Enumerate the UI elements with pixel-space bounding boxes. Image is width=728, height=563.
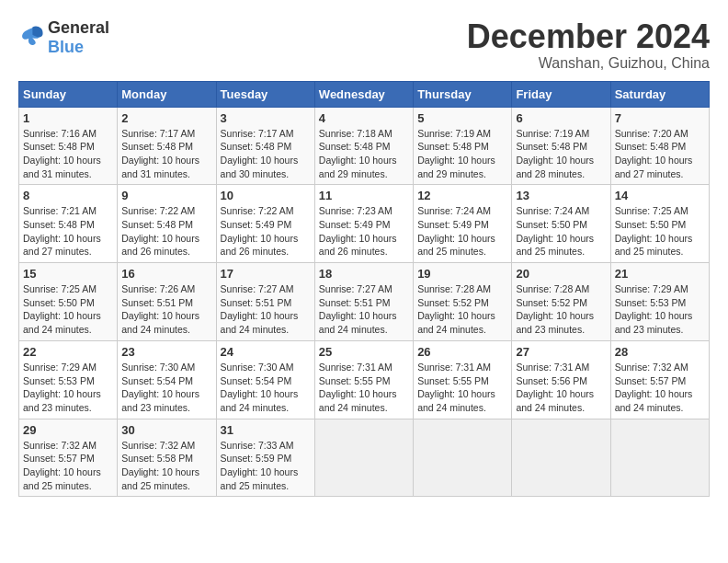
day-number: 10 <box>221 189 311 202</box>
day-number: 19 <box>417 267 507 281</box>
day-info: Sunrise: 7:33 AMSunset: 5:59 PMDaylight:… <box>221 439 311 493</box>
calendar-cell: 26Sunrise: 7:31 AMSunset: 5:55 PMDayligh… <box>414 340 512 419</box>
calendar-cell: 20Sunrise: 7:28 AMSunset: 5:52 PMDayligh… <box>512 263 610 341</box>
day-header-friday: Friday <box>512 81 610 107</box>
calendar-cell: 6Sunrise: 7:19 AMSunset: 5:48 PMDaylight… <box>512 107 610 185</box>
calendar-week-5: 29Sunrise: 7:32 AMSunset: 5:57 PMDayligh… <box>19 419 710 497</box>
calendar-cell: 31Sunrise: 7:33 AMSunset: 5:59 PMDayligh… <box>216 419 314 497</box>
page-subtitle: Wanshan, Guizhou, China <box>467 55 710 72</box>
title-block: December 2024 Wanshan, Guizhou, China <box>467 18 710 72</box>
day-number: 5 <box>417 111 507 125</box>
day-info: Sunrise: 7:18 AMSunset: 5:48 PMDaylight:… <box>319 127 409 181</box>
day-info: Sunrise: 7:17 AMSunset: 5:48 PMDaylight:… <box>221 127 311 181</box>
day-info: Sunrise: 7:19 AMSunset: 5:48 PMDaylight:… <box>417 127 507 181</box>
calendar-cell: 29Sunrise: 7:32 AMSunset: 5:57 PMDayligh… <box>19 419 118 497</box>
day-info: Sunrise: 7:31 AMSunset: 5:56 PMDaylight:… <box>516 361 606 415</box>
day-number: 6 <box>516 111 606 125</box>
calendar-cell <box>414 419 512 497</box>
day-info: Sunrise: 7:21 AMSunset: 5:48 PMDaylight:… <box>23 204 113 259</box>
logo: General Blue <box>18 18 109 57</box>
day-info: Sunrise: 7:32 AMSunset: 5:58 PMDaylight:… <box>121 439 211 493</box>
day-info: Sunrise: 7:27 AMSunset: 5:51 PMDaylight:… <box>319 282 409 337</box>
day-info: Sunrise: 7:32 AMSunset: 5:57 PMDaylight:… <box>615 361 705 415</box>
day-info: Sunrise: 7:31 AMSunset: 5:55 PMDaylight:… <box>319 361 409 415</box>
day-info: Sunrise: 7:28 AMSunset: 5:52 PMDaylight:… <box>417 282 507 337</box>
day-info: Sunrise: 7:27 AMSunset: 5:51 PMDaylight:… <box>221 282 311 337</box>
day-number: 11 <box>319 189 409 202</box>
calendar-week-3: 15Sunrise: 7:25 AMSunset: 5:50 PMDayligh… <box>19 263 710 341</box>
day-number: 26 <box>417 345 507 359</box>
calendar-cell: 30Sunrise: 7:32 AMSunset: 5:58 PMDayligh… <box>118 419 216 497</box>
day-number: 20 <box>516 267 606 281</box>
day-info: Sunrise: 7:20 AMSunset: 5:48 PMDaylight:… <box>615 127 705 181</box>
day-number: 2 <box>121 111 211 125</box>
calendar-cell: 24Sunrise: 7:30 AMSunset: 5:54 PMDayligh… <box>216 340 314 419</box>
calendar-cell: 18Sunrise: 7:27 AMSunset: 5:51 PMDayligh… <box>314 263 413 341</box>
day-number: 3 <box>221 111 311 125</box>
day-header-sunday: Sunday <box>19 81 118 107</box>
calendar-cell: 9Sunrise: 7:22 AMSunset: 5:48 PMDaylight… <box>118 185 216 263</box>
day-info: Sunrise: 7:24 AMSunset: 5:49 PMDaylight:… <box>417 204 507 259</box>
day-info: Sunrise: 7:17 AMSunset: 5:48 PMDaylight:… <box>121 127 211 181</box>
day-info: Sunrise: 7:24 AMSunset: 5:50 PMDaylight:… <box>516 204 606 259</box>
day-info: Sunrise: 7:16 AMSunset: 5:48 PMDaylight:… <box>23 127 113 181</box>
day-number: 27 <box>516 345 606 359</box>
day-number: 12 <box>417 189 507 202</box>
day-number: 16 <box>121 267 211 281</box>
day-number: 30 <box>121 423 211 437</box>
day-number: 7 <box>615 111 705 125</box>
calendar-cell: 28Sunrise: 7:32 AMSunset: 5:57 PMDayligh… <box>610 340 709 419</box>
day-info: Sunrise: 7:25 AMSunset: 5:50 PMDaylight:… <box>23 282 113 337</box>
day-number: 24 <box>221 345 311 359</box>
day-info: Sunrise: 7:29 AMSunset: 5:53 PMDaylight:… <box>615 282 705 337</box>
day-info: Sunrise: 7:30 AMSunset: 5:54 PMDaylight:… <box>121 361 211 415</box>
day-number: 17 <box>221 267 311 281</box>
calendar-body: 1Sunrise: 7:16 AMSunset: 5:48 PMDaylight… <box>19 107 710 497</box>
day-number: 14 <box>615 189 705 202</box>
calendar-cell: 16Sunrise: 7:26 AMSunset: 5:51 PMDayligh… <box>118 263 216 341</box>
day-number: 29 <box>23 423 113 437</box>
calendar-cell: 14Sunrise: 7:25 AMSunset: 5:50 PMDayligh… <box>610 185 709 263</box>
day-number: 23 <box>121 345 211 359</box>
day-number: 13 <box>516 189 606 202</box>
day-info: Sunrise: 7:30 AMSunset: 5:54 PMDaylight:… <box>221 361 311 415</box>
day-number: 15 <box>23 267 113 281</box>
calendar-cell: 15Sunrise: 7:25 AMSunset: 5:50 PMDayligh… <box>19 263 118 341</box>
day-number: 21 <box>615 267 705 281</box>
day-info: Sunrise: 7:26 AMSunset: 5:51 PMDaylight:… <box>121 282 211 337</box>
day-number: 1 <box>23 111 113 125</box>
calendar-cell: 8Sunrise: 7:21 AMSunset: 5:48 PMDaylight… <box>19 185 118 263</box>
calendar-header-row: SundayMondayTuesdayWednesdayThursdayFrid… <box>19 81 710 107</box>
calendar-week-4: 22Sunrise: 7:29 AMSunset: 5:53 PMDayligh… <box>19 340 710 419</box>
calendar-cell: 7Sunrise: 7:20 AMSunset: 5:48 PMDaylight… <box>610 107 709 185</box>
day-info: Sunrise: 7:19 AMSunset: 5:48 PMDaylight:… <box>516 127 606 181</box>
day-header-saturday: Saturday <box>610 81 709 107</box>
calendar-cell: 23Sunrise: 7:30 AMSunset: 5:54 PMDayligh… <box>118 340 216 419</box>
calendar-cell <box>610 419 709 497</box>
day-info: Sunrise: 7:22 AMSunset: 5:49 PMDaylight:… <box>221 204 311 259</box>
calendar-cell: 19Sunrise: 7:28 AMSunset: 5:52 PMDayligh… <box>414 263 512 341</box>
calendar-cell: 17Sunrise: 7:27 AMSunset: 5:51 PMDayligh… <box>216 263 314 341</box>
day-number: 31 <box>221 423 311 437</box>
calendar-cell: 3Sunrise: 7:17 AMSunset: 5:48 PMDaylight… <box>216 107 314 185</box>
day-number: 9 <box>121 189 211 202</box>
calendar-cell: 11Sunrise: 7:23 AMSunset: 5:49 PMDayligh… <box>314 185 413 263</box>
day-number: 22 <box>23 345 113 359</box>
calendar-cell: 4Sunrise: 7:18 AMSunset: 5:48 PMDaylight… <box>314 107 413 185</box>
day-info: Sunrise: 7:22 AMSunset: 5:48 PMDaylight:… <box>121 204 211 259</box>
day-number: 18 <box>319 267 409 281</box>
calendar-cell <box>314 419 413 497</box>
calendar-cell: 12Sunrise: 7:24 AMSunset: 5:49 PMDayligh… <box>414 185 512 263</box>
calendar-cell: 22Sunrise: 7:29 AMSunset: 5:53 PMDayligh… <box>19 340 118 419</box>
day-info: Sunrise: 7:32 AMSunset: 5:57 PMDaylight:… <box>23 439 113 493</box>
day-header-tuesday: Tuesday <box>216 81 314 107</box>
day-info: Sunrise: 7:28 AMSunset: 5:52 PMDaylight:… <box>516 282 606 337</box>
day-number: 8 <box>23 189 113 202</box>
calendar-cell: 25Sunrise: 7:31 AMSunset: 5:55 PMDayligh… <box>314 340 413 419</box>
day-info: Sunrise: 7:29 AMSunset: 5:53 PMDaylight:… <box>23 361 113 415</box>
calendar-cell: 27Sunrise: 7:31 AMSunset: 5:56 PMDayligh… <box>512 340 610 419</box>
day-header-monday: Monday <box>118 81 216 107</box>
calendar-week-2: 8Sunrise: 7:21 AMSunset: 5:48 PMDaylight… <box>19 185 710 263</box>
logo-text: General Blue <box>48 18 109 57</box>
calendar-table: SundayMondayTuesdayWednesdayThursdayFrid… <box>18 81 710 498</box>
